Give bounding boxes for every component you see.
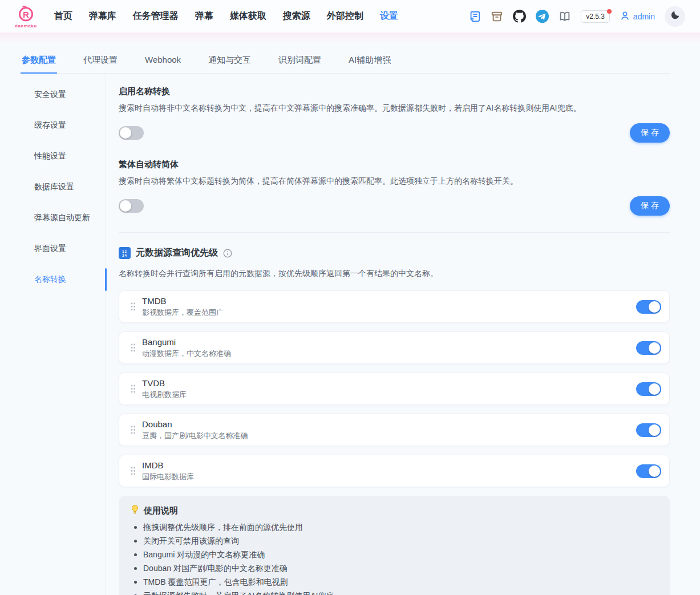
section-title: 元数据源查询优先级 bbox=[136, 247, 218, 259]
main-nav-menu: 首页 弹幕库 任务管理器 弹幕 媒体获取 搜索源 外部控制 设置 bbox=[54, 10, 398, 22]
usage-item: Douban 对国产剧/电影的中文名称更准确 bbox=[130, 561, 658, 575]
setting-description: 搜索时自动将非中文名称转换为中文，提高在中文弹幕源中的搜索准确率。元数据源都失败… bbox=[119, 102, 670, 114]
nav-item-danmaku[interactable]: 弹幕 bbox=[195, 10, 213, 22]
setting-traditional-to-simplified: 繁体自动转简体 搜索时自动将繁体中文标题转换为简体，提高在简体弹幕源中的搜索匹配… bbox=[119, 159, 670, 216]
nav-item-external-control[interactable]: 外部控制 bbox=[327, 10, 363, 22]
user-icon bbox=[620, 10, 630, 23]
usage-item: 元数据源都失败时，若启用了AI名称转换则使用AI兜底 bbox=[130, 589, 658, 595]
tmdb-toggle[interactable] bbox=[636, 300, 661, 314]
settings-tab-bar: 参数配置 代理设置 Webhook 通知与交互 识别词配置 AI辅助增强 bbox=[21, 47, 670, 74]
nav-item-search-sources[interactable]: 搜索源 bbox=[283, 10, 310, 22]
lightbulb-icon bbox=[130, 504, 140, 517]
source-card-imdb: IMDB 国际电影数据库 bbox=[119, 455, 670, 487]
tab-recognition-words[interactable]: 识别词配置 bbox=[277, 47, 322, 73]
nav-item-home[interactable]: 首页 bbox=[54, 10, 72, 22]
tvdb-toggle[interactable] bbox=[636, 382, 661, 396]
source-name: TVDB bbox=[142, 378, 187, 388]
bangumi-toggle[interactable] bbox=[636, 341, 661, 355]
docs-book-icon[interactable] bbox=[559, 10, 571, 23]
header-pink-glow bbox=[0, 33, 700, 43]
tab-notifications[interactable]: 通知与交互 bbox=[207, 47, 252, 73]
info-icon[interactable] bbox=[223, 249, 232, 258]
logo-r-icon: R bbox=[17, 4, 35, 25]
source-name: IMDB bbox=[142, 460, 194, 470]
top-navbar: R danmaku 首页 弹幕库 任务管理器 弹幕 媒体获取 搜索源 外部控制 … bbox=[0, 0, 700, 33]
setting-title: 繁体自动转简体 bbox=[119, 159, 670, 170]
update-notification-dot bbox=[607, 9, 612, 14]
logo-brand-text: danmaku bbox=[15, 23, 37, 29]
nav-item-danmaku-library[interactable]: 弹幕库 bbox=[89, 10, 116, 22]
source-description: 国际电影数据库 bbox=[142, 472, 194, 482]
logs-scroll-icon[interactable] bbox=[468, 10, 481, 23]
sidebar-item-interface[interactable]: 界面设置 bbox=[21, 233, 106, 264]
usage-list: 拖拽调整优先级顺序，排在前面的源优先使用 关闭开关可禁用该源的查询 Bangum… bbox=[130, 520, 658, 595]
sidebar-item-name-conversion[interactable]: 名称转换 bbox=[21, 264, 106, 295]
username-label: admin bbox=[633, 12, 655, 21]
drag-handle-icon[interactable] bbox=[130, 384, 136, 394]
sidebar-item-cache[interactable]: 缓存设置 bbox=[21, 110, 106, 141]
drag-handle-icon[interactable] bbox=[130, 302, 136, 311]
settings-sidebar: 安全设置 缓存设置 性能设置 数据库设置 弹幕源自动更新 界面设置 名称转换 bbox=[21, 74, 106, 595]
douban-toggle[interactable] bbox=[636, 423, 661, 437]
user-menu[interactable]: admin bbox=[620, 10, 655, 23]
source-description: 影视数据库，覆盖范围广 bbox=[142, 307, 224, 318]
usage-notes-panel: 使用说明 拖拽调整优先级顺序，排在前面的源优先使用 关闭开关可禁用该源的查询 B… bbox=[119, 496, 670, 595]
save-button[interactable]: 保 存 bbox=[630, 196, 670, 216]
tab-proxy-settings[interactable]: 代理设置 bbox=[82, 47, 119, 73]
sidebar-item-security[interactable]: 安全设置 bbox=[21, 79, 106, 110]
drag-handle-icon[interactable] bbox=[130, 425, 136, 435]
save-button[interactable]: 保 存 bbox=[630, 123, 670, 143]
navbar-right-tools: v2.5.3 admin bbox=[468, 6, 685, 27]
source-card-douban: Douban 豆瓣，国产剧/电影中文名称准确 bbox=[119, 414, 670, 446]
nav-item-media-fetch[interactable]: 媒体获取 bbox=[230, 10, 266, 22]
nav-item-settings[interactable]: 设置 bbox=[380, 10, 398, 22]
source-card-tvdb: TVDB 电视剧数据库 bbox=[119, 373, 670, 405]
priority-order-icon: 1234 bbox=[119, 247, 131, 259]
usage-item: TMDB 覆盖范围更广，包含电影和电视剧 bbox=[130, 575, 658, 589]
source-card-tmdb: TMDB 影视数据库，覆盖范围广 bbox=[119, 290, 670, 323]
usage-item: 拖拽调整优先级顺序，排在前面的源优先使用 bbox=[130, 520, 658, 534]
version-badge[interactable]: v2.5.3 bbox=[581, 10, 610, 23]
name-conversion-toggle[interactable] bbox=[119, 126, 144, 140]
section-divider bbox=[119, 232, 670, 233]
source-description: 动漫数据库，中文名称准确 bbox=[142, 349, 231, 359]
tab-ai-enhance[interactable]: AI辅助增强 bbox=[347, 47, 392, 73]
section-description: 名称转换时会并行查询所有启用的元数据源，按优先级顺序返回第一个有结果的中文名称。 bbox=[119, 269, 670, 279]
tab-parameter-config[interactable]: 参数配置 bbox=[21, 47, 57, 73]
metadata-priority-header: 1234 元数据源查询优先级 bbox=[119, 247, 670, 259]
source-name: TMDB bbox=[142, 296, 224, 306]
github-icon[interactable] bbox=[513, 10, 526, 23]
sidebar-item-performance[interactable]: 性能设置 bbox=[21, 141, 106, 172]
svg-text:R: R bbox=[23, 10, 29, 19]
drag-handle-icon[interactable] bbox=[130, 466, 136, 476]
telegram-icon[interactable] bbox=[536, 10, 549, 23]
setting-title: 启用名称转换 bbox=[119, 86, 670, 97]
source-name: Bangumi bbox=[142, 337, 231, 347]
source-card-bangumi: Bangumi 动漫数据库，中文名称准确 bbox=[119, 331, 670, 364]
dark-mode-toggle[interactable] bbox=[665, 6, 685, 27]
version-label: v2.5.3 bbox=[586, 13, 605, 21]
drag-handle-icon[interactable] bbox=[130, 343, 136, 353]
app-logo[interactable]: R danmaku bbox=[15, 4, 37, 29]
archive-box-icon[interactable] bbox=[491, 10, 503, 23]
usage-item: Bangumi 对动漫的中文名称更准确 bbox=[130, 548, 658, 561]
imdb-toggle[interactable] bbox=[636, 464, 661, 478]
sidebar-item-database[interactable]: 数据库设置 bbox=[21, 172, 106, 203]
setting-description: 搜索时自动将繁体中文标题转换为简体，提高在简体弹幕源中的搜索匹配率。此选项独立于… bbox=[119, 175, 670, 187]
usage-title: 使用说明 bbox=[144, 505, 178, 516]
name-conversion-panel: 启用名称转换 搜索时自动将非中文名称转换为中文，提高在中文弹幕源中的搜索准确率。… bbox=[106, 74, 670, 595]
nav-item-task-manager[interactable]: 任务管理器 bbox=[133, 10, 179, 22]
traditional-simplified-toggle[interactable] bbox=[119, 199, 144, 213]
source-name: Douban bbox=[142, 419, 248, 429]
tab-webhook[interactable]: Webhook bbox=[144, 47, 182, 73]
sidebar-item-source-autoupdate[interactable]: 弹幕源自动更新 bbox=[21, 203, 106, 233]
usage-item: 关闭开关可禁用该源的查询 bbox=[130, 534, 658, 548]
source-description: 电视剧数据库 bbox=[142, 390, 187, 400]
setting-enable-name-conversion: 启用名称转换 搜索时自动将非中文名称转换为中文，提高在中文弹幕源中的搜索准确率。… bbox=[119, 86, 670, 143]
moon-icon bbox=[670, 10, 681, 23]
source-description: 豆瓣，国产剧/电影中文名称准确 bbox=[142, 431, 248, 441]
